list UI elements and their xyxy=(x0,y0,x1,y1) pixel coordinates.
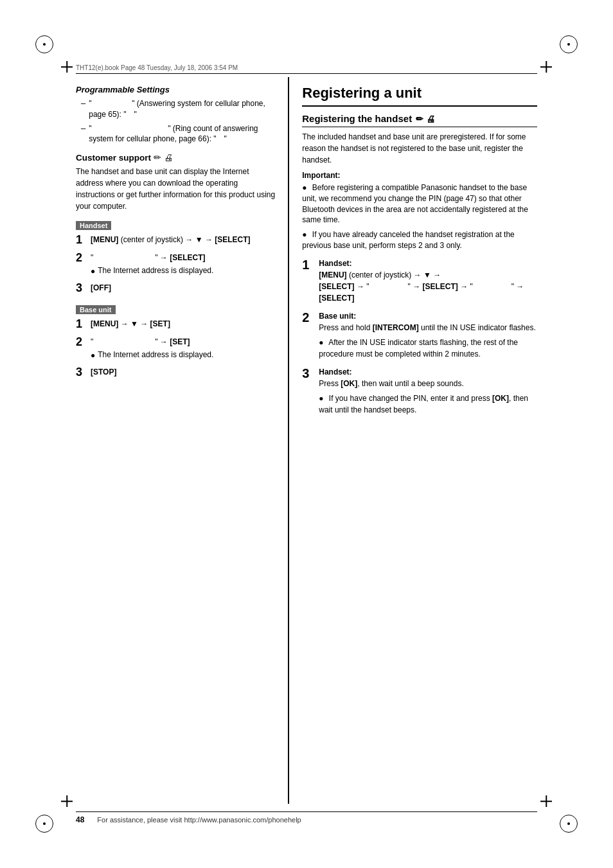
base-step-num-3: 3 xyxy=(76,366,87,379)
step-content-2: " " → [SELECT] ● The Internet address is… xyxy=(91,252,275,277)
right-step-num-1: 1 xyxy=(302,258,315,272)
base-unit-badge: Base unit xyxy=(76,305,116,314)
right-step-1: 1 Handset: [MENU] (center of joystick) →… xyxy=(302,258,537,304)
base-step-content-3: [STOP] xyxy=(91,366,275,378)
right-step-3: 3 Handset: Press [OK], then wait until a… xyxy=(302,366,537,416)
right-step-num-3: 3 xyxy=(302,366,315,380)
reg-mark-tr xyxy=(560,35,578,53)
handset-icons: ✏ 🖨 xyxy=(416,114,435,124)
important-bullet-1-text: Before registering a compatible Panasoni… xyxy=(302,183,528,224)
top-bar: THT12(e).book Page 48 Tuesday, July 18, … xyxy=(76,64,537,74)
sub-heading-text: Registering the handset xyxy=(302,113,412,124)
base-step-content-1: [MENU] → ▼ → [SET] xyxy=(91,318,275,330)
right-step-content-1: Handset: [MENU] (center of joystick) → ▼… xyxy=(319,258,537,304)
cross-bl xyxy=(61,795,73,807)
handset-badge: Handset xyxy=(76,221,111,230)
content-area: Programmable Settings – " " (Answering s… xyxy=(76,77,537,804)
bullet-1: – " " (Answering system for cellular pho… xyxy=(76,98,275,120)
step-content-3: [OFF] xyxy=(91,282,275,294)
base-step-num-2: 2 xyxy=(76,336,87,349)
cross-tr xyxy=(540,61,552,73)
important-bullet-2: ● If you have already canceled the hands… xyxy=(302,229,537,251)
right-step-content-3: Handset: Press [OK], then wait until a b… xyxy=(319,366,537,416)
left-column: Programmable Settings – " " (Answering s… xyxy=(76,77,288,804)
dash-1: – xyxy=(81,98,85,120)
base-step-2: 2 " " → [SET] ● The Internet address is … xyxy=(76,336,275,361)
step-num-2: 2 xyxy=(76,252,87,265)
important-label: Important: xyxy=(302,171,537,180)
reg-mark-bl xyxy=(35,815,53,833)
reg-mark-tl xyxy=(35,35,53,53)
left-step-3: 3 [OFF] xyxy=(76,282,275,295)
bullet-text-2: " " (Ring count of answering system for … xyxy=(89,123,275,145)
base-step-1: 1 [MENU] → ▼ → [SET] xyxy=(76,318,275,331)
right-column: Registering a unit Registering the hands… xyxy=(288,77,537,804)
right-step-2: 2 Base unit: Press and hold [INTERCOM] u… xyxy=(302,310,537,360)
footer-text: For assistance, please visit http://www.… xyxy=(97,816,301,824)
step-num-3: 3 xyxy=(76,282,87,295)
bullet-2: – " " (Ring count of answering system fo… xyxy=(76,123,275,145)
base-step-num-1: 1 xyxy=(76,318,87,331)
base-step-content-2: " " → [SET] ● The Internet address is di… xyxy=(91,336,275,361)
section-title: Programmable Settings xyxy=(76,85,275,94)
page-number: 48 xyxy=(76,815,84,824)
cross-tl xyxy=(61,61,73,73)
right-intro: The included handset and base unit are p… xyxy=(302,131,537,166)
reg-mark-br xyxy=(560,815,578,833)
bullet-text-1: " " (Answering system for cellular phone… xyxy=(89,98,275,120)
important-bullet-1: ● Before registering a compatible Panaso… xyxy=(302,182,537,226)
page: THT12(e).book Page 48 Tuesday, July 18, … xyxy=(0,0,613,868)
left-step-1: 1 [MENU] (center of joystick) → ▼ → [SEL… xyxy=(76,234,275,247)
footer: 48 For assistance, please visit http://w… xyxy=(76,811,537,824)
step-num-1: 1 xyxy=(76,234,87,247)
customer-support-body: The handset and base unit can display th… xyxy=(76,166,275,212)
main-heading: Registering a unit xyxy=(302,85,537,107)
left-step-2: 2 " " → [SELECT] ● The Internet address … xyxy=(76,252,275,277)
step-content-1: [MENU] (center of joystick) → ▼ → [SELEC… xyxy=(91,234,275,245)
important-bullet-2-text: If you have already canceled the handset… xyxy=(302,230,514,250)
right-step-num-2: 2 xyxy=(302,310,315,324)
sub-heading: Registering the handset ✏ 🖨 xyxy=(302,113,537,127)
base-step-3: 3 [STOP] xyxy=(76,366,275,379)
right-step-content-2: Base unit: Press and hold [INTERCOM] unt… xyxy=(319,310,537,360)
customer-support-title: Customer support ✏ 🖨 xyxy=(76,152,275,163)
topbar-text: THT12(e).book Page 48 Tuesday, July 18, … xyxy=(76,64,238,71)
cross-br xyxy=(540,795,552,807)
dash-2: – xyxy=(81,123,85,145)
